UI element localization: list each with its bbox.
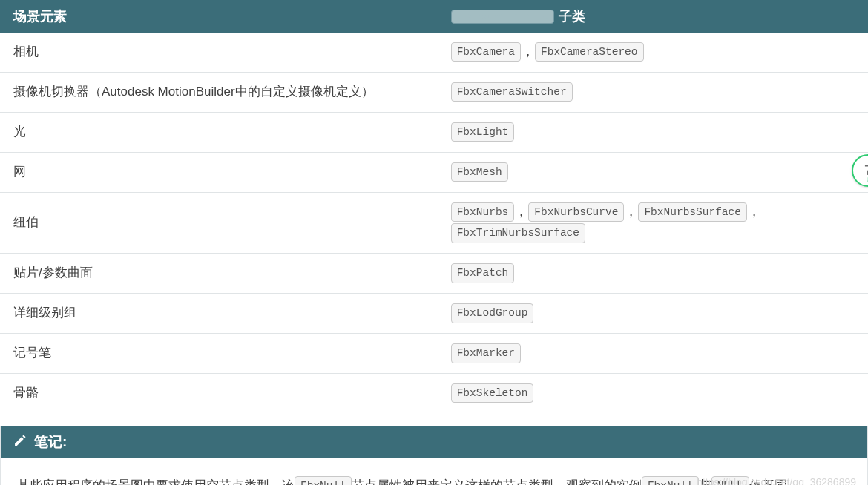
- subclass-cell: FbxLight: [438, 112, 868, 152]
- subclass-cell: FbxPatch: [438, 254, 868, 294]
- code-token: FbxCamera: [451, 42, 521, 62]
- note-title: 笔记:: [34, 432, 67, 452]
- table-row: 网FbxMesh: [0, 152, 868, 192]
- code-token: FbxTrimNurbsSurface: [451, 223, 585, 242]
- subclass-cell: FbxNurbs，FbxNurbsCurve，FbxNurbsSurface，F…: [438, 192, 868, 254]
- code-token: FbxMarker: [451, 343, 521, 363]
- subclass-cell: FbxLodGroup: [438, 294, 868, 334]
- separator: ，: [748, 205, 760, 219]
- table-row: 贴片/参数曲面FbxPatch: [0, 254, 868, 294]
- code-token: FbxCameraSwitcher: [451, 82, 573, 102]
- pencil-icon: [14, 434, 27, 450]
- scene-element-cell: 骨骼: [0, 374, 438, 413]
- note-text-fragment: 节点属性被用来定义这样的节点类型。观察到的实例: [352, 478, 642, 485]
- table-row: 光FbxLight: [0, 112, 868, 152]
- table-row: 记号笔FbxMarker: [0, 334, 868, 374]
- code-token: FbxSkeleton: [451, 383, 534, 403]
- scene-element-cell: 网: [0, 152, 438, 192]
- code-token: FbxPatch: [451, 263, 515, 283]
- scene-element-cell: 相机: [0, 33, 438, 72]
- code-token: FbxLight: [451, 122, 515, 142]
- code-token: FbxNull: [295, 476, 352, 485]
- scene-element-cell: 摄像机切换器（Autodesk MotionBuilder中的自定义摄像机定义）: [0, 72, 438, 112]
- separator: ，: [515, 205, 527, 219]
- table-row: 纽伯FbxNurbs，FbxNurbsCurve，FbxNurbsSurface…: [0, 192, 868, 254]
- subclass-cell: FbxMesh: [438, 152, 868, 192]
- code-token: FbxMesh: [451, 162, 508, 182]
- note-body: 某些应用程序的场景图中要求使用空节点类型。该FbxNull节点属性被用来定义这样…: [1, 458, 867, 485]
- code-token: FbxNurbsSurface: [638, 202, 747, 222]
- table-header-subclass: FbxNodeAttribute子类: [438, 0, 868, 33]
- header-code-badge: FbxNodeAttribute: [451, 10, 554, 24]
- fbx-subclass-table: 场景元素 FbxNodeAttribute子类 相机FbxCamera，FbxC…: [0, 0, 868, 413]
- scene-element-cell: 详细级别组: [0, 294, 438, 334]
- subclass-cell: FbxCamera，FbxCameraStereo: [438, 33, 868, 72]
- table-row: 相机FbxCamera，FbxCameraStereo: [0, 33, 868, 72]
- scene-element-cell: 贴片/参数曲面: [0, 254, 438, 294]
- note-text-fragment: 与: [699, 478, 711, 485]
- note-block: 笔记: 某些应用程序的场景图中要求使用空节点类型。该FbxNull节点属性被用来…: [0, 426, 868, 485]
- code-token: FbxNurbs: [451, 202, 515, 222]
- scene-element-cell: 记号笔: [0, 334, 438, 374]
- code-token: FbxNurbsCurve: [528, 202, 624, 222]
- subclass-cell: FbxMarker: [438, 334, 868, 374]
- code-token: FbxNull: [642, 476, 699, 485]
- separator: ，: [625, 205, 637, 219]
- note-header: 笔记:: [1, 426, 867, 458]
- table-header-scene-element: 场景元素: [0, 0, 438, 33]
- separator: ，: [522, 44, 534, 59]
- header-subclass-text: 子类: [559, 9, 585, 24]
- code-token: NULL: [711, 476, 749, 485]
- code-token: FbxCameraStereo: [535, 42, 644, 62]
- scene-element-cell: 光: [0, 112, 438, 152]
- subclass-cell: FbxCameraSwitcher: [438, 72, 868, 112]
- subclass-cell: FbxSkeleton: [438, 374, 868, 413]
- note-text-fragment: 值不同。: [749, 478, 800, 485]
- table-row: 详细级别组FbxLodGroup: [0, 294, 868, 334]
- note-text-fragment: 某些应用程序的场景图中要求使用空节点类型。该: [17, 478, 295, 485]
- scene-element-cell: 纽伯: [0, 192, 438, 254]
- table-row: 骨骼FbxSkeleton: [0, 374, 868, 413]
- code-token: FbxLodGroup: [451, 303, 534, 323]
- table-row: 摄像机切换器（Autodesk MotionBuilder中的自定义摄像机定义）…: [0, 72, 868, 112]
